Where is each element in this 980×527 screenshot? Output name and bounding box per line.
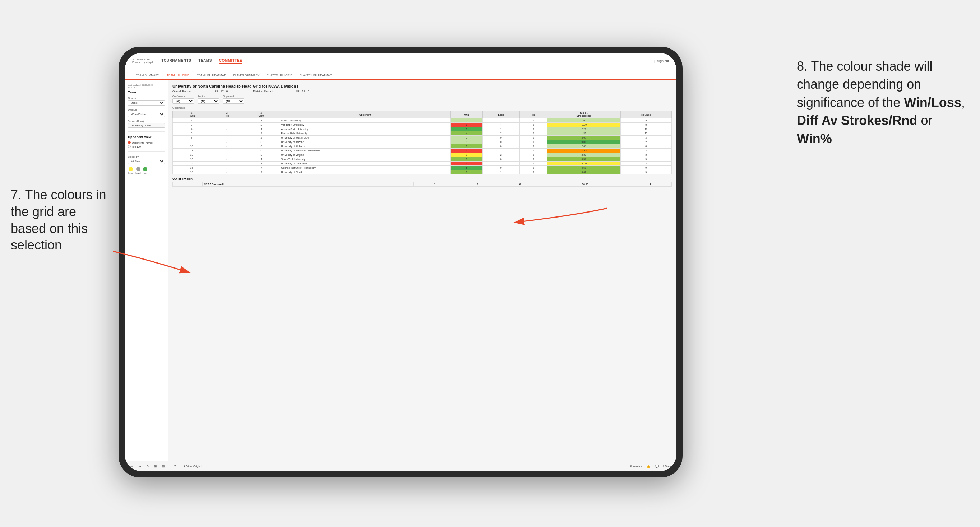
overall-record-value: 89 - 17 - 0: [215, 90, 228, 93]
redo-icon[interactable]: ↪: [137, 464, 142, 469]
cell-rank: 9: [173, 140, 211, 144]
opponent-select[interactable]: (All): [223, 98, 244, 104]
cell-win: 0: [451, 162, 482, 166]
cell-conf: 6: [243, 149, 280, 153]
cell-rounds: 9: [620, 170, 671, 175]
cell-diff: 2.33: [547, 153, 620, 157]
opponents-filter-label: Opponents:: [172, 106, 672, 109]
sub-nav-team-h2h-heatmap[interactable]: TEAM H2H HEATMAP: [193, 71, 229, 79]
col-diff: Diff AvStrokes/Rnd: [547, 111, 620, 119]
cell-reg: -: [211, 157, 243, 162]
radio-opponents-played[interactable]: Opponents Played: [128, 141, 165, 144]
cell-opponent: University of Alabama: [280, 144, 451, 149]
cell-conf: 2: [243, 136, 280, 140]
cell-reg: -: [211, 127, 243, 132]
cell-reg: -: [211, 140, 243, 144]
cell-loss: 4: [482, 123, 519, 127]
cell-win: 1: [451, 140, 482, 144]
cell-conf: 1: [243, 162, 280, 166]
cell-reg: -: [211, 136, 243, 140]
cell-tie: 0: [519, 153, 547, 157]
out-of-division-label: Out of division: [172, 177, 672, 181]
conference-label: Conference: [172, 95, 194, 98]
toolbar-sep-1: [169, 464, 169, 469]
sub-nav-player-h2h-heatmap[interactable]: PLAYER H2H HEATMAP: [296, 71, 336, 79]
clock-icon[interactable]: ⏱: [172, 464, 177, 469]
cell-diff: 2.61: [547, 144, 620, 149]
table-row: 3 - 2 Vanderbilt University 0 4 0 -2.29 …: [173, 123, 672, 127]
watch-button[interactable]: 👁 Watch ▾: [630, 465, 642, 468]
cell-rank: 12: [173, 153, 211, 157]
cell-opponent: Florida State University: [280, 132, 451, 136]
cell-loss: 1: [482, 127, 519, 132]
ipad-frame: SCOREBOARD Powered by clippd TOURNAMENTS…: [119, 47, 682, 478]
col-rounds: Rounds: [620, 111, 671, 119]
cell-win: 2: [451, 119, 482, 123]
cell-rounds: 8: [620, 144, 671, 149]
sub-nav-team-summary[interactable]: TEAM SUMMARY: [132, 71, 163, 79]
sub-nav-player-summary[interactable]: PLAYER SUMMARY: [229, 71, 263, 79]
radio-top100[interactable]: Top 100: [128, 145, 165, 148]
nav-committee[interactable]: COMMITTEE: [219, 58, 242, 64]
cell-loss: 1: [482, 170, 519, 175]
school-value: 1. University of Nort...: [128, 123, 165, 128]
sub-nav: TEAM SUMMARY TEAM H2H GRID TEAM H2H HEAT…: [125, 69, 676, 80]
ipad-screen: SCOREBOARD Powered by clippd TOURNAMENTS…: [125, 53, 676, 471]
cell-rank: 3: [173, 123, 211, 127]
cell-reg: -: [211, 144, 243, 149]
cell-opponent: University of Washington: [280, 136, 451, 140]
cell-tie: 0: [519, 123, 547, 127]
view-label: 🖥 View: Original: [183, 465, 202, 467]
ood-tie: 0: [499, 183, 541, 187]
cell-rank: 4: [173, 127, 211, 132]
cell-loss: 0: [482, 140, 519, 144]
region-select[interactable]: (All): [197, 98, 219, 104]
cell-rank: 2: [173, 119, 211, 123]
cell-reg: -: [211, 162, 243, 166]
cell-loss: 0: [482, 166, 519, 170]
sidebar-team-title: Team: [128, 90, 165, 94]
sub-nav-team-h2h-grid[interactable]: TEAM H2H GRID: [163, 71, 193, 79]
cell-conf: 3: [243, 153, 280, 157]
division-select[interactable]: NCAA Division I: [128, 112, 165, 117]
cell-reg: -: [211, 132, 243, 136]
legend-level-dot: [136, 167, 140, 171]
forward-icon[interactable]: ↷: [145, 464, 150, 469]
cell-loss: 0: [482, 136, 519, 140]
ood-division-name: NCAA Division II: [202, 183, 414, 187]
cell-rounds: 9: [620, 157, 671, 162]
cell-opponent: University of Arkansas, Fayetteville: [280, 149, 451, 153]
thumbs-icon[interactable]: 👍: [646, 464, 651, 469]
cell-loss: 1: [482, 149, 519, 153]
table-row: 10 - 5 University of Alabama 3 0 0 2.61 …: [173, 144, 672, 149]
cell-win: 3: [451, 170, 482, 175]
legend-down-dot: [129, 167, 133, 171]
cell-loss: 2: [482, 132, 519, 136]
comment-icon[interactable]: 💬: [654, 464, 659, 469]
ood-rounds: 3: [629, 183, 672, 187]
copy-icon[interactable]: ⊞: [153, 464, 158, 469]
sub-nav-player-h2h-grid[interactable]: PLAYER H2H GRID: [263, 71, 296, 79]
cell-rank: 8: [173, 136, 211, 140]
cell-win: 5: [451, 127, 482, 132]
table-row: 14 - 1 University of Oklahoma 0 1 0 -1.0…: [173, 162, 672, 166]
cell-win: 1: [451, 136, 482, 140]
colour-by-select[interactable]: Win/loss: [128, 159, 165, 164]
undo-icon[interactable]: ↩: [129, 464, 134, 469]
nav-teams[interactable]: TEAMS: [198, 58, 212, 64]
conference-select[interactable]: (All): [172, 98, 194, 104]
share-button[interactable]: ⤴ Share: [663, 465, 672, 467]
gender-select[interactable]: Men's: [128, 100, 165, 106]
nav-tournaments[interactable]: TOURNAMENTS: [161, 58, 191, 64]
cell-rounds: 17: [620, 127, 671, 132]
col-reg: #Reg: [211, 111, 243, 119]
paste-icon[interactable]: ⊟: [161, 464, 166, 469]
cell-rank: 16: [173, 170, 211, 175]
bottom-toolbar: ↩ ↪ ↷ ⊞ ⊟ ⏱ 🖥 View: Original 👁 Watch ▾ 👍…: [125, 461, 676, 471]
data-table: #Rank #Reg #Conf Opponent Win Loss Tie D…: [172, 111, 672, 175]
cell-loss: 0: [482, 157, 519, 162]
cell-reg: -: [211, 170, 243, 175]
cell-loss: 1: [482, 119, 519, 123]
cell-rank: 11: [173, 149, 211, 153]
sign-out-link[interactable]: Sign out: [657, 59, 669, 63]
